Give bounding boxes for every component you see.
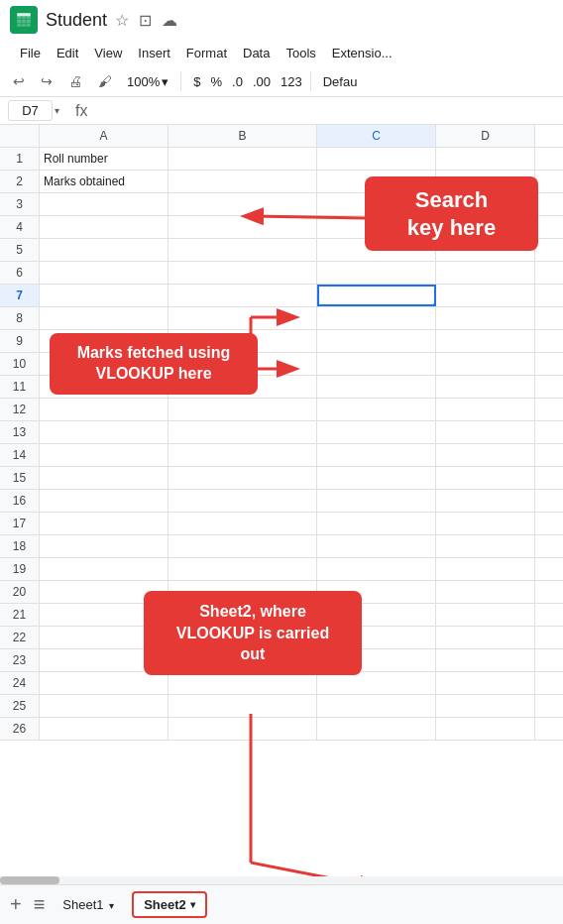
cell-b-18[interactable]	[169, 535, 317, 557]
currency-btn[interactable]: $	[193, 74, 200, 89]
cell-d-8[interactable]	[436, 307, 535, 329]
cell-c-6[interactable]	[317, 262, 436, 284]
cell-b-9[interactable]	[169, 330, 317, 352]
cell-d-4[interactable]	[436, 216, 535, 238]
cell-d-15[interactable]	[436, 467, 535, 489]
cell-c-16[interactable]	[317, 490, 436, 512]
cell-d-16[interactable]	[436, 490, 535, 512]
cell-d-24[interactable]	[436, 672, 535, 694]
cell-b-14[interactable]	[169, 444, 317, 466]
cell-b-4[interactable]	[169, 216, 317, 238]
cell-c-9[interactable]	[317, 330, 436, 352]
cell-c-19[interactable]	[317, 558, 436, 580]
cell-d-25[interactable]	[436, 695, 535, 717]
cell-d-13[interactable]	[436, 421, 535, 443]
cell-a-26[interactable]	[40, 718, 169, 740]
cell-a-15[interactable]	[40, 467, 169, 489]
cell-d-2[interactable]	[436, 171, 535, 192]
fill-handle[interactable]	[432, 303, 436, 306]
number-btn[interactable]: 123	[281, 74, 302, 89]
cell-c-21[interactable]	[317, 604, 436, 626]
menu-data[interactable]: Data	[237, 42, 276, 64]
cell-d-22[interactable]	[436, 627, 535, 648]
cell-c-11[interactable]	[317, 376, 436, 398]
col-header-d[interactable]: D	[436, 125, 535, 147]
cell-b-5[interactable]	[169, 239, 317, 261]
cell-d-19[interactable]	[436, 558, 535, 580]
menu-format[interactable]: Format	[180, 42, 233, 64]
cell-a-12[interactable]	[40, 399, 169, 420]
menu-view[interactable]: View	[88, 42, 128, 64]
cell-b-20[interactable]	[169, 581, 317, 603]
zoom-control[interactable]: 100% ▾	[123, 72, 172, 91]
menu-file[interactable]: File	[14, 42, 47, 64]
cell-a-23[interactable]	[40, 649, 169, 671]
cell-d-20[interactable]	[436, 581, 535, 603]
sheet1-tab[interactable]: Sheet1 ▾	[53, 893, 124, 916]
cell-b-10[interactable]	[169, 353, 317, 375]
cell-c-12[interactable]	[317, 399, 436, 420]
cell-a-4[interactable]	[40, 216, 169, 238]
cell-b-24[interactable]	[169, 672, 317, 694]
cell-b-15[interactable]	[169, 467, 317, 489]
cell-c-23[interactable]	[317, 649, 436, 671]
cell-c-22[interactable]	[317, 627, 436, 648]
cell-d-17[interactable]	[436, 513, 535, 534]
cell-a-1[interactable]: Roll number	[40, 148, 169, 170]
menu-tools[interactable]: Tools	[280, 42, 321, 64]
cell-a-14[interactable]	[40, 444, 169, 466]
cell-b-23[interactable]	[169, 649, 317, 671]
menu-insert[interactable]: Insert	[132, 42, 176, 64]
cell-b-21[interactable]	[169, 604, 317, 626]
decimal-less-btn[interactable]: .0	[232, 74, 243, 89]
cell-a-6[interactable]	[40, 262, 169, 284]
decimal-more-btn[interactable]: .00	[253, 74, 271, 89]
cell-c-13[interactable]	[317, 421, 436, 443]
cell-a-11[interactable]	[40, 376, 169, 398]
col-header-c[interactable]: C	[317, 125, 436, 147]
cell-d-1[interactable]	[436, 148, 535, 170]
cell-d-9[interactable]	[436, 330, 535, 352]
cell-d-10[interactable]	[436, 353, 535, 375]
cell-c-5[interactable]	[317, 239, 436, 261]
cell-b-1[interactable]	[169, 148, 317, 170]
cell-b-19[interactable]	[169, 558, 317, 580]
cell-a-3[interactable]	[40, 193, 169, 215]
cell-c-26[interactable]	[317, 718, 436, 740]
cell-a-10[interactable]	[40, 353, 169, 375]
col-header-a[interactable]: A	[40, 125, 169, 147]
cell-a-18[interactable]	[40, 535, 169, 557]
cell-b-13[interactable]	[169, 421, 317, 443]
menu-edit[interactable]: Edit	[51, 42, 84, 64]
cell-d-21[interactable]	[436, 604, 535, 626]
print-icon[interactable]: 🖨	[63, 70, 87, 92]
cell-a-9[interactable]	[40, 330, 169, 352]
cell-c-14[interactable]	[317, 444, 436, 466]
scroll-thumb[interactable]	[0, 876, 59, 884]
cell-a-2[interactable]: Marks obtained	[40, 171, 169, 192]
sheets-menu-button[interactable]: ≡	[34, 893, 46, 916]
cell-d-14[interactable]	[436, 444, 535, 466]
cell-a-19[interactable]	[40, 558, 169, 580]
cell-a-8[interactable]	[40, 307, 169, 329]
cell-c-25[interactable]	[317, 695, 436, 717]
redo-icon[interactable]: ↪	[36, 70, 57, 92]
cell-d-6[interactable]	[436, 262, 535, 284]
paint-format-icon[interactable]: 🖌	[93, 70, 117, 92]
folder-icon[interactable]: ⊡	[139, 11, 152, 30]
cell-b-3[interactable]	[169, 193, 317, 215]
cell-d-23[interactable]	[436, 649, 535, 671]
cell-c-3[interactable]	[317, 193, 436, 215]
cell-a-17[interactable]	[40, 513, 169, 534]
undo-icon[interactable]: ↩	[8, 70, 30, 92]
cell-d-3[interactable]	[436, 193, 535, 215]
cell-b-8[interactable]	[169, 307, 317, 329]
col-header-b[interactable]: B	[169, 125, 317, 147]
cell-b-26[interactable]	[169, 718, 317, 740]
cell-c-10[interactable]	[317, 353, 436, 375]
cell-b-25[interactable]	[169, 695, 317, 717]
cell-ref-box[interactable]: D7	[8, 100, 53, 121]
cell-c-18[interactable]	[317, 535, 436, 557]
star-icon[interactable]: ☆	[115, 11, 129, 30]
cell-d-18[interactable]	[436, 535, 535, 557]
